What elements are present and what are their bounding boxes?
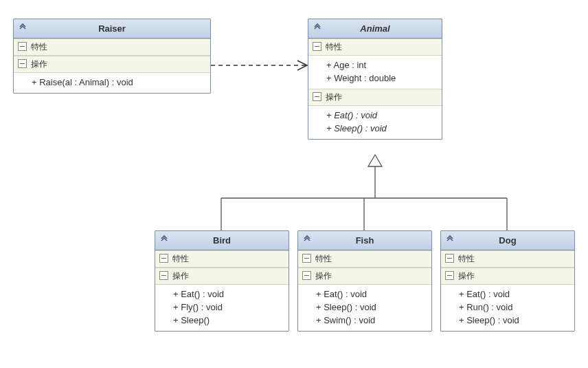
section-operations[interactable]: 操作: [308, 89, 442, 106]
section-attributes[interactable]: 特性: [298, 250, 431, 268]
attribute-item[interactable]: + Age : int: [308, 58, 442, 72]
section-label: 特性: [315, 254, 332, 263]
class-dog[interactable]: Dog 特性 操作 + Eat() : void + Run() : void …: [440, 230, 575, 332]
class-title-raiser: Raiser: [14, 19, 210, 39]
section-label: 操作: [458, 271, 475, 281]
class-name: Dog: [499, 235, 516, 246]
minus-icon: [302, 271, 311, 280]
section-label: 操作: [31, 59, 47, 69]
minus-icon: [18, 42, 27, 51]
operation-item[interactable]: + Eat() : void: [155, 288, 289, 301]
minus-icon: [18, 59, 27, 68]
operations-list: + Eat() : void + Fly() : void + Sleep(): [155, 285, 289, 331]
section-operations[interactable]: 操作: [298, 268, 431, 285]
section-attributes[interactable]: 特性: [14, 39, 210, 56]
collapse-icon[interactable]: [302, 235, 312, 244]
minus-icon: [445, 254, 454, 263]
operation-item[interactable]: + Run() : void: [441, 301, 574, 314]
operation-item[interactable]: + Eat() : void: [308, 109, 442, 122]
class-animal[interactable]: Animal 特性 + Age : int + Weight : double …: [308, 19, 442, 140]
collapse-icon[interactable]: [445, 235, 455, 244]
attribute-item[interactable]: + Weight : double: [308, 72, 442, 85]
section-operations[interactable]: 操作: [441, 268, 574, 285]
class-name: Fish: [356, 235, 374, 246]
operation-item[interactable]: + Eat() : void: [298, 288, 431, 301]
minus-icon: [159, 271, 168, 280]
generalization-arrowhead: [368, 155, 382, 166]
class-title-fish: Fish: [298, 231, 431, 250]
operations-list: + Raise(al : Animal) : void: [14, 73, 210, 93]
minus-icon: [302, 254, 311, 263]
section-operations[interactable]: 操作: [155, 268, 289, 285]
section-label: 操作: [326, 92, 342, 102]
uml-canvas: { "labels": { "attributes": "特性", "opera…: [0, 0, 588, 368]
collapse-icon[interactable]: [313, 23, 322, 32]
section-label: 特性: [31, 42, 47, 52]
section-label: 操作: [172, 271, 189, 281]
class-raiser[interactable]: Raiser 特性 操作 + Raise(al : Animal) : void: [13, 19, 211, 94]
section-label: 特性: [326, 42, 342, 52]
operation-item[interactable]: + Sleep() : void: [441, 314, 574, 327]
class-title-animal: Animal: [308, 19, 442, 39]
minus-icon: [313, 92, 321, 101]
class-title-bird: Bird: [155, 231, 289, 250]
class-fish[interactable]: Fish 特性 操作 + Eat() : void + Sleep() : vo…: [297, 230, 432, 332]
section-attributes[interactable]: 特性: [441, 250, 574, 268]
operation-item[interactable]: + Raise(al : Animal) : void: [14, 76, 210, 89]
minus-icon: [159, 254, 168, 263]
section-label: 特性: [172, 254, 189, 263]
attributes-list: + Age : int + Weight : double: [308, 56, 442, 89]
minus-icon: [445, 271, 454, 280]
operation-item[interactable]: + Eat() : void: [441, 288, 574, 301]
class-name: Bird: [213, 235, 231, 246]
minus-icon: [313, 42, 321, 51]
section-label: 操作: [315, 271, 332, 281]
dependency-arrowhead: [297, 61, 307, 70]
operation-item[interactable]: + Fly() : void: [155, 301, 289, 314]
collapse-icon[interactable]: [18, 23, 27, 32]
operation-item[interactable]: + Swim() : void: [298, 314, 431, 327]
class-title-dog: Dog: [441, 231, 574, 250]
operation-item[interactable]: + Sleep(): [155, 314, 289, 327]
collapse-icon[interactable]: [159, 235, 169, 244]
section-attributes[interactable]: 特性: [308, 39, 442, 56]
class-name: Animal: [360, 23, 389, 34]
class-bird[interactable]: Bird 特性 操作 + Eat() : void + Fly() : void…: [155, 230, 289, 332]
operations-list: + Eat() : void + Sleep() : void + Swim()…: [298, 285, 431, 331]
operations-list: + Eat() : void + Run() : void + Sleep() …: [441, 285, 574, 331]
section-label: 特性: [458, 254, 475, 263]
operation-item[interactable]: + Sleep() : void: [308, 122, 442, 135]
class-name: Raiser: [98, 23, 126, 34]
operations-list: + Eat() : void + Sleep() : void: [308, 106, 442, 139]
section-operations[interactable]: 操作: [14, 56, 210, 73]
operation-item[interactable]: + Sleep() : void: [298, 301, 431, 314]
section-attributes[interactable]: 特性: [155, 250, 289, 268]
